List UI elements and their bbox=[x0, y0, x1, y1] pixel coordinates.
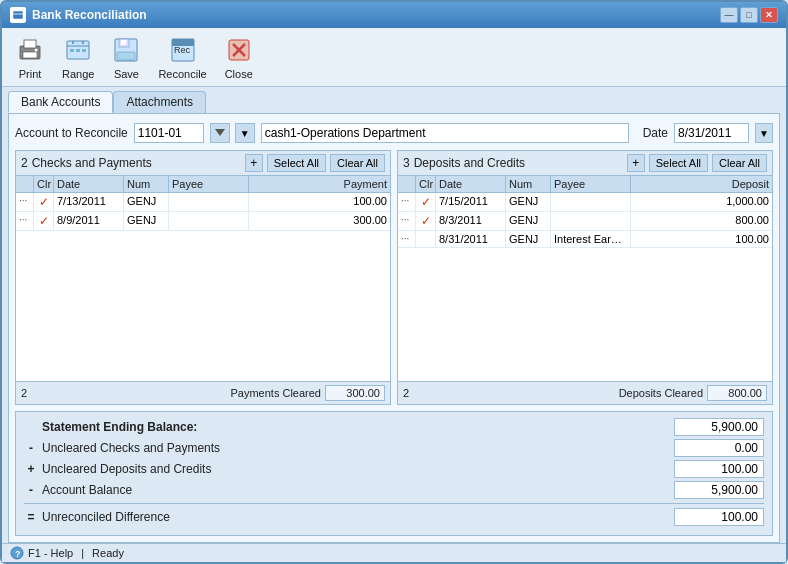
tabs-bar: Bank Accounts Attachments bbox=[2, 87, 786, 113]
svg-text:Rec: Rec bbox=[174, 45, 191, 55]
print-icon bbox=[14, 34, 46, 66]
svg-point-5 bbox=[35, 49, 38, 52]
uncleared-checks-symbol: - bbox=[24, 441, 38, 455]
deposits-panel-title: Deposits and Credits bbox=[414, 156, 623, 170]
payee-cell bbox=[551, 212, 631, 230]
svg-rect-12 bbox=[82, 49, 86, 52]
deposits-th-clr: Clr bbox=[416, 176, 436, 192]
deposits-th-payee: Payee bbox=[551, 176, 631, 192]
main-content: Account to Reconcile ▼ Date ▼ 2 Checks a… bbox=[8, 113, 780, 543]
checks-th-dots bbox=[16, 176, 34, 192]
deposits-table-body: ··· ✓ 7/15/2011 GENJ 1,000.00 ··· ✓ 8/3/… bbox=[398, 193, 772, 381]
summary-divider bbox=[24, 503, 764, 504]
checks-footer-count: 2 bbox=[21, 387, 41, 399]
checks-clear-all-button[interactable]: Clear All bbox=[330, 154, 385, 172]
date-cell: 8/3/2011 bbox=[436, 212, 506, 230]
app-icon bbox=[10, 7, 26, 23]
checks-panel-title: Checks and Payments bbox=[32, 156, 241, 170]
deposits-table-header: Clr Date Num Payee Deposit bbox=[398, 176, 772, 193]
status-text: Ready bbox=[92, 547, 124, 559]
svg-rect-4 bbox=[23, 52, 37, 58]
svg-rect-10 bbox=[70, 49, 74, 52]
clr-cell: ✓ bbox=[34, 212, 54, 230]
account-code-dropdown[interactable] bbox=[210, 123, 230, 143]
row-menu-btn[interactable]: ··· bbox=[398, 231, 416, 247]
deposits-panel-header: 3 Deposits and Credits + Select All Clea… bbox=[398, 151, 772, 176]
uncleared-deposits-value: 100.00 bbox=[674, 460, 764, 478]
deposits-th-deposit: Deposit bbox=[631, 176, 772, 192]
num-cell: GENJ bbox=[124, 193, 169, 211]
row-menu-btn[interactable]: ··· bbox=[16, 212, 34, 230]
range-label: Range bbox=[62, 68, 94, 80]
help-label: F1 - Help bbox=[28, 547, 73, 559]
date-dropdown[interactable]: ▼ bbox=[755, 123, 773, 143]
statement-ending-label: Statement Ending Balance: bbox=[42, 420, 670, 434]
close-window-button[interactable]: ✕ bbox=[760, 7, 778, 23]
toolbar-range[interactable]: Range bbox=[58, 32, 98, 82]
table-row: ··· ✓ 8/9/2011 GENJ 300.00 bbox=[16, 212, 390, 231]
svg-rect-0 bbox=[13, 11, 23, 19]
account-balance-value: 5,900.00 bbox=[674, 481, 764, 499]
account-to-reconcile-label: Account to Reconcile bbox=[15, 126, 128, 140]
num-cell: GENJ bbox=[124, 212, 169, 230]
uncleared-checks-value: 0.00 bbox=[674, 439, 764, 457]
deposit-cell: 800.00 bbox=[631, 212, 772, 230]
deposits-add-button[interactable]: + bbox=[627, 154, 645, 172]
statement-ending-row: Statement Ending Balance: 5,900.00 bbox=[24, 418, 764, 436]
title-bar-left: Bank Reconciliation bbox=[10, 7, 147, 23]
row-menu-btn[interactable]: ··· bbox=[398, 193, 416, 211]
deposits-count: 3 bbox=[403, 156, 410, 170]
toolbar-save[interactable]: Save bbox=[106, 32, 146, 82]
payee-cell bbox=[169, 193, 249, 211]
deposits-th-dots bbox=[398, 176, 416, 192]
table-row: ··· 8/31/2011 GENJ Interest Earned 100.0… bbox=[398, 231, 772, 248]
toolbar-reconcile[interactable]: Rec Reconcile bbox=[154, 32, 210, 82]
svg-rect-11 bbox=[76, 49, 80, 52]
payee-cell: Interest Earned bbox=[551, 231, 631, 247]
svg-rect-15 bbox=[121, 40, 126, 45]
title-controls: — □ ✕ bbox=[720, 7, 778, 23]
reconcile-label: Reconcile bbox=[158, 68, 206, 80]
deposits-footer-label: Deposits Cleared bbox=[427, 387, 703, 399]
minimize-button[interactable]: — bbox=[720, 7, 738, 23]
payee-cell bbox=[551, 193, 631, 211]
account-name-input[interactable] bbox=[261, 123, 629, 143]
deposit-cell: 100.00 bbox=[631, 231, 772, 247]
checks-footer-value: 300.00 bbox=[325, 385, 385, 401]
range-icon bbox=[62, 34, 94, 66]
checks-count: 2 bbox=[21, 156, 28, 170]
help-button[interactable]: ? F1 - Help bbox=[10, 546, 73, 560]
unreconciled-symbol: = bbox=[24, 510, 38, 524]
maximize-button[interactable]: □ bbox=[740, 7, 758, 23]
account-balance-label: Account Balance bbox=[42, 483, 670, 497]
checks-select-all-button[interactable]: Select All bbox=[267, 154, 326, 172]
row-menu-btn[interactable]: ··· bbox=[398, 212, 416, 230]
tab-bank-accounts[interactable]: Bank Accounts bbox=[8, 91, 113, 113]
checks-panel: 2 Checks and Payments + Select All Clear… bbox=[15, 150, 391, 405]
close-label: Close bbox=[225, 68, 253, 80]
deposits-select-all-button[interactable]: Select All bbox=[649, 154, 708, 172]
date-label: Date bbox=[643, 126, 668, 140]
svg-rect-3 bbox=[24, 40, 36, 48]
toolbar-print[interactable]: Print bbox=[10, 32, 50, 82]
deposits-footer-count: 2 bbox=[403, 387, 423, 399]
row-menu-btn[interactable]: ··· bbox=[16, 193, 34, 211]
checks-add-button[interactable]: + bbox=[245, 154, 263, 172]
account-code-dropdown2[interactable]: ▼ bbox=[235, 123, 255, 143]
toolbar-close[interactable]: Close bbox=[219, 32, 259, 82]
deposits-clear-all-button[interactable]: Clear All bbox=[712, 154, 767, 172]
uncleared-deposits-symbol: + bbox=[24, 462, 38, 476]
title-bar: Bank Reconciliation — □ ✕ bbox=[2, 2, 786, 28]
account-row: Account to Reconcile ▼ Date ▼ bbox=[15, 120, 773, 146]
status-bar: ? F1 - Help | Ready bbox=[2, 543, 786, 562]
date-input[interactable] bbox=[674, 123, 749, 143]
checks-panel-footer: 2 Payments Cleared 300.00 bbox=[16, 381, 390, 404]
svg-rect-16 bbox=[117, 52, 135, 60]
tab-attachments[interactable]: Attachments bbox=[113, 91, 206, 113]
num-cell: GENJ bbox=[506, 212, 551, 230]
unreconciled-row: = Unreconciled Difference 100.00 bbox=[24, 508, 764, 526]
account-code-input[interactable] bbox=[134, 123, 204, 143]
date-cell: 7/15/2011 bbox=[436, 193, 506, 211]
print-label: Print bbox=[19, 68, 42, 80]
deposits-footer-value: 800.00 bbox=[707, 385, 767, 401]
